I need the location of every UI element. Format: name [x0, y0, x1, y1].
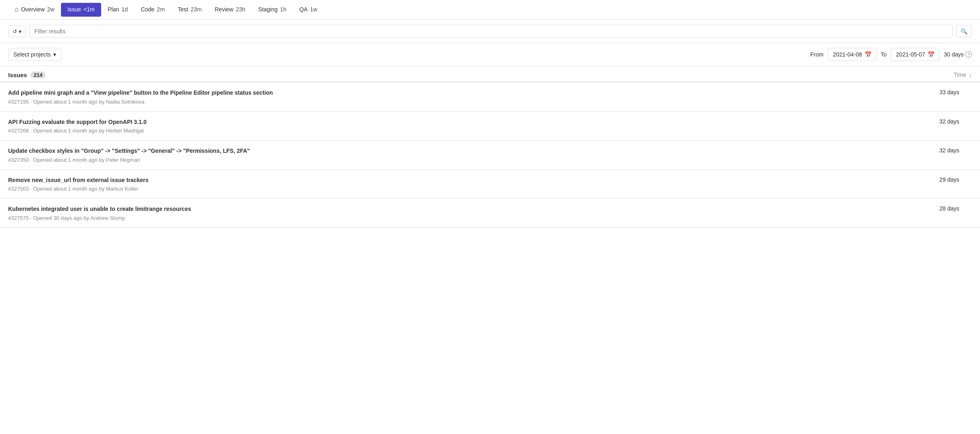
issue-meta: #327195 · Opened about 1 month ago by Na… [8, 99, 923, 105]
table-row: Kubernetes integrated user is unable to … [0, 199, 980, 228]
tab-label-qa: QA [299, 6, 308, 13]
issue-time: 32 days [923, 118, 972, 125]
opened-label: Opened [33, 215, 52, 221]
issue-meta: #327350 · Opened about 1 month ago by Pe… [8, 157, 923, 163]
to-date-field[interactable]: 2021-05-07 📅 [891, 48, 940, 61]
select-projects-button[interactable]: Select projects ▾ [8, 48, 61, 61]
issue-title[interactable]: Remove new_issue_url from external issue… [8, 176, 923, 184]
nav-tab-overview[interactable]: ⌂Overview2w [8, 0, 61, 20]
issue-content: Kubernetes integrated user is unable to … [8, 205, 923, 221]
by-label: by [99, 186, 106, 192]
chevron-down-icon: ▾ [53, 51, 56, 58]
table-header-right: Time ↓ [954, 71, 972, 78]
nav-tab-plan[interactable]: Plan1d [101, 0, 134, 19]
issue-opened-time: about 1 month ago [53, 186, 97, 192]
to-date-value: 2021-05-07 [896, 51, 925, 58]
filter-input[interactable] [29, 25, 953, 38]
date-range: From 2021-04-08 📅 To 2021-05-07 📅 30 day… [810, 48, 972, 61]
by-label: by [84, 215, 91, 221]
issue-id: #327503 [8, 186, 29, 192]
by-label: by [99, 128, 106, 134]
tab-time-overview: 2w [47, 6, 54, 13]
tab-time-plan: 1d [121, 6, 128, 13]
opened-label: Opened [33, 128, 52, 134]
table-row: API Fuzzing evaluate the support for Ope… [0, 112, 980, 141]
issue-id: #327575 [8, 215, 29, 221]
history-icon: ↺ [13, 28, 17, 35]
search-button[interactable]: 🔍 [956, 25, 972, 37]
table-header-left: Issues 214 [8, 72, 46, 78]
sort-icon[interactable]: ↓ [969, 71, 972, 78]
issue-id: #327350 [8, 157, 29, 163]
issues-label: Issues [8, 72, 27, 78]
issue-author: Peter Hegman [106, 157, 140, 163]
issue-author: Herber Madrigal [106, 128, 144, 134]
issue-author: Nadia Sotnikova [106, 99, 145, 105]
tab-label-review: Review [215, 6, 233, 13]
issue-time: 29 days [923, 176, 972, 183]
nav-tab-qa[interactable]: QA1w [293, 0, 324, 19]
table-row: Update checkbox styles in "Group" -> "Se… [0, 141, 980, 170]
issues-list: Add pipeline mini graph and a "View pipe… [0, 82, 980, 228]
time-column-label: Time [954, 72, 966, 78]
nav-tab-issue[interactable]: Issue<1m [61, 3, 101, 17]
nav-tab-code[interactable]: Code2m [134, 0, 171, 19]
issue-author: Markus Koller [106, 186, 138, 192]
nav-tab-test[interactable]: Test23m [171, 0, 208, 19]
tab-label-issue: Issue [67, 6, 81, 13]
select-projects-label: Select projects [13, 51, 51, 58]
days-value: 30 days [944, 51, 964, 58]
issue-title[interactable]: Add pipeline mini graph and a "View pipe… [8, 89, 923, 97]
issue-id: #327268 [8, 128, 29, 134]
by-label: by [99, 157, 106, 163]
tab-label-plan: Plan [108, 6, 119, 13]
by-label: by [99, 99, 106, 105]
opened-label: Opened [33, 186, 52, 192]
calendar-from-icon: 📅 [865, 51, 872, 58]
issue-meta: #327575 · Opened 30 days ago by Andrew S… [8, 215, 923, 221]
tab-time-review: 23h [236, 6, 245, 13]
tab-label-staging: Staging [258, 6, 278, 13]
issue-title[interactable]: API Fuzzing evaluate the support for Ope… [8, 118, 923, 126]
tab-time-test: 23m [191, 6, 202, 13]
nav-tab-review[interactable]: Review23h [208, 0, 252, 19]
home-icon: ⌂ [15, 6, 19, 13]
from-date-value: 2021-04-08 [833, 51, 862, 58]
issue-content: API Fuzzing evaluate the support for Ope… [8, 118, 923, 134]
to-label: To [881, 51, 887, 58]
issues-count-badge: 214 [30, 72, 46, 78]
opened-label: Opened [33, 157, 52, 163]
issue-title[interactable]: Kubernetes integrated user is unable to … [8, 205, 923, 213]
issue-opened-time: about 1 month ago [53, 157, 97, 163]
table-header: Issues 214 Time ↓ [0, 66, 980, 82]
issue-time: 32 days [923, 147, 972, 154]
history-chevron-icon: ▾ [19, 28, 22, 35]
nav-tab-staging[interactable]: Staging1h [252, 0, 293, 19]
history-button[interactable]: ↺ ▾ [8, 26, 26, 37]
filter-bar: ↺ ▾ 🔍 [0, 20, 980, 43]
nav-tabs: ⌂Overview2wIssue<1mPlan1dCode2mTest23mRe… [0, 0, 980, 20]
from-date-field[interactable]: 2021-04-08 📅 [828, 48, 877, 61]
from-label: From [810, 51, 824, 58]
issue-meta: #327268 · Opened about 1 month ago by He… [8, 128, 923, 134]
controls-row: Select projects ▾ From 2021-04-08 📅 To 2… [0, 43, 980, 66]
opened-label: Opened [33, 99, 52, 105]
issue-title[interactable]: Update checkbox styles in "Group" -> "Se… [8, 147, 923, 155]
issue-author: Andrew Stump [90, 215, 125, 221]
tab-time-code: 2m [157, 6, 165, 13]
issue-opened-time: about 1 month ago [53, 128, 97, 134]
calendar-to-icon: 📅 [928, 51, 934, 58]
days-label: 30 days ? [944, 51, 972, 58]
table-row: Add pipeline mini graph and a "View pipe… [0, 82, 980, 112]
help-icon[interactable]: ? [965, 51, 972, 58]
table-row: Remove new_issue_url from external issue… [0, 170, 980, 199]
tab-label-code: Code [141, 6, 154, 13]
issue-time: 28 days [923, 205, 972, 212]
tab-label-overview: Overview [21, 6, 45, 13]
tab-label-test: Test [178, 6, 189, 13]
issue-opened-time: about 1 month ago [53, 99, 97, 105]
issue-content: Remove new_issue_url from external issue… [8, 176, 923, 192]
search-icon: 🔍 [960, 28, 967, 35]
issue-time: 33 days [923, 89, 972, 95]
tab-time-staging: 1h [280, 6, 286, 13]
